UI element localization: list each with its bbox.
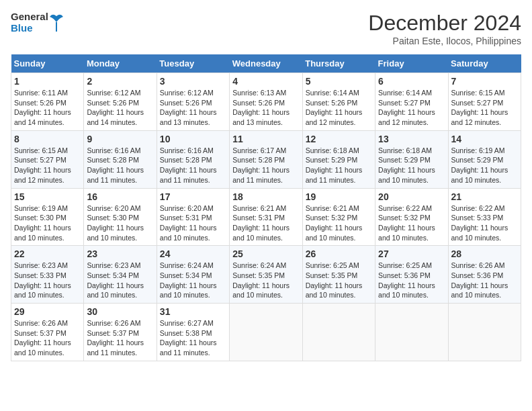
day-number: 18 xyxy=(232,191,299,202)
calendar-cell: 4 Sunrise: 6:13 AM Sunset: 5:26 PM Dayli… xyxy=(230,73,302,131)
calendar-cell: 29 Sunrise: 6:26 AM Sunset: 5:37 PM Dayl… xyxy=(11,304,84,361)
day-info: Sunrise: 6:26 AM Sunset: 5:37 PM Dayligh… xyxy=(14,318,81,358)
calendar-cell xyxy=(375,304,448,361)
calendar-cell: 24 Sunrise: 6:24 AM Sunset: 5:34 PM Dayl… xyxy=(157,246,229,304)
day-number: 15 xyxy=(14,191,81,202)
calendar-cell: 16 Sunrise: 6:20 AM Sunset: 5:30 PM Dayl… xyxy=(84,188,157,246)
calendar-header-row: Sunday Monday Tuesday Wednesday Thursday… xyxy=(11,54,521,73)
calendar-cell: 18 Sunrise: 6:21 AM Sunset: 5:31 PM Dayl… xyxy=(230,188,302,246)
day-number: 3 xyxy=(160,76,226,87)
day-number: 5 xyxy=(306,76,372,87)
calendar-cell: 12 Sunrise: 6:18 AM Sunset: 5:29 PM Dayl… xyxy=(302,130,375,188)
calendar-cell: 1 Sunrise: 6:11 AM Sunset: 5:26 PM Dayli… xyxy=(11,73,84,131)
calendar-week-5: 29 Sunrise: 6:26 AM Sunset: 5:37 PM Dayl… xyxy=(11,304,521,361)
day-number: 30 xyxy=(87,306,153,317)
month-title: December 2024 xyxy=(368,11,521,36)
calendar-table: Sunday Monday Tuesday Wednesday Thursday… xyxy=(11,54,521,361)
day-info: Sunrise: 6:25 AM Sunset: 5:36 PM Dayligh… xyxy=(378,261,445,300)
day-number: 21 xyxy=(451,191,518,202)
calendar-cell: 8 Sunrise: 6:15 AM Sunset: 5:27 PM Dayli… xyxy=(11,130,84,188)
day-info: Sunrise: 6:22 AM Sunset: 5:33 PM Dayligh… xyxy=(451,203,518,243)
calendar-cell xyxy=(302,304,375,361)
day-info: Sunrise: 6:22 AM Sunset: 5:32 PM Dayligh… xyxy=(378,203,445,243)
day-number: 7 xyxy=(451,76,518,87)
calendar-week-2: 8 Sunrise: 6:15 AM Sunset: 5:27 PM Dayli… xyxy=(11,130,521,188)
day-number: 10 xyxy=(160,134,226,144)
col-sunday: Sunday xyxy=(11,54,84,73)
day-info: Sunrise: 6:27 AM Sunset: 5:38 PM Dayligh… xyxy=(160,318,226,358)
calendar-cell: 17 Sunrise: 6:20 AM Sunset: 5:31 PM Dayl… xyxy=(157,188,229,246)
calendar-cell xyxy=(448,304,521,361)
day-info: Sunrise: 6:16 AM Sunset: 5:28 PM Dayligh… xyxy=(160,146,226,185)
day-number: 13 xyxy=(378,134,445,144)
calendar-cell: 5 Sunrise: 6:14 AM Sunset: 5:26 PM Dayli… xyxy=(302,73,375,131)
col-monday: Monday xyxy=(84,54,157,73)
calendar-cell: 19 Sunrise: 6:21 AM Sunset: 5:32 PM Dayl… xyxy=(302,188,375,246)
col-wednesday: Wednesday xyxy=(230,54,302,73)
day-number: 29 xyxy=(14,306,81,317)
calendar-cell: 22 Sunrise: 6:23 AM Sunset: 5:33 PM Dayl… xyxy=(11,246,84,304)
page-header: General Blue December 2024 Paitan Este, … xyxy=(11,11,521,46)
calendar-cell: 11 Sunrise: 6:17 AM Sunset: 5:28 PM Dayl… xyxy=(230,130,302,188)
day-info: Sunrise: 6:20 AM Sunset: 5:30 PM Dayligh… xyxy=(87,203,153,243)
logo-general: General xyxy=(11,11,48,22)
col-saturday: Saturday xyxy=(448,54,521,73)
day-number: 22 xyxy=(14,248,81,259)
day-number: 12 xyxy=(306,134,372,144)
day-number: 1 xyxy=(14,76,81,87)
day-info: Sunrise: 6:11 AM Sunset: 5:26 PM Dayligh… xyxy=(14,88,81,128)
calendar-cell: 9 Sunrise: 6:16 AM Sunset: 5:28 PM Dayli… xyxy=(84,130,157,188)
calendar-week-1: 1 Sunrise: 6:11 AM Sunset: 5:26 PM Dayli… xyxy=(11,73,521,131)
day-number: 31 xyxy=(160,306,226,317)
day-info: Sunrise: 6:16 AM Sunset: 5:28 PM Dayligh… xyxy=(87,146,153,185)
day-number: 6 xyxy=(378,76,445,87)
calendar-cell: 2 Sunrise: 6:12 AM Sunset: 5:26 PM Dayli… xyxy=(84,73,157,131)
logo: General Blue xyxy=(11,11,63,34)
day-number: 23 xyxy=(87,248,153,259)
day-number: 14 xyxy=(451,134,518,144)
col-thursday: Thursday xyxy=(302,54,375,73)
calendar-cell xyxy=(230,304,302,361)
calendar-cell: 10 Sunrise: 6:16 AM Sunset: 5:28 PM Dayl… xyxy=(157,130,229,188)
day-info: Sunrise: 6:12 AM Sunset: 5:26 PM Dayligh… xyxy=(87,88,153,128)
calendar-cell: 21 Sunrise: 6:22 AM Sunset: 5:33 PM Dayl… xyxy=(448,188,521,246)
day-number: 11 xyxy=(232,134,299,144)
calendar-week-4: 22 Sunrise: 6:23 AM Sunset: 5:33 PM Dayl… xyxy=(11,246,521,304)
day-number: 27 xyxy=(378,248,445,259)
calendar-cell: 6 Sunrise: 6:14 AM Sunset: 5:27 PM Dayli… xyxy=(375,73,448,131)
day-info: Sunrise: 6:18 AM Sunset: 5:29 PM Dayligh… xyxy=(306,146,372,185)
day-info: Sunrise: 6:12 AM Sunset: 5:26 PM Dayligh… xyxy=(160,88,226,128)
col-tuesday: Tuesday xyxy=(157,54,229,73)
day-number: 8 xyxy=(14,134,81,144)
day-info: Sunrise: 6:14 AM Sunset: 5:26 PM Dayligh… xyxy=(306,88,372,128)
col-friday: Friday xyxy=(375,54,448,73)
calendar-cell: 28 Sunrise: 6:26 AM Sunset: 5:36 PM Dayl… xyxy=(448,246,521,304)
title-block: December 2024 Paitan Este, Ilocos, Phili… xyxy=(368,11,521,46)
day-number: 26 xyxy=(306,248,372,259)
day-info: Sunrise: 6:19 AM Sunset: 5:30 PM Dayligh… xyxy=(14,203,81,243)
day-info: Sunrise: 6:24 AM Sunset: 5:35 PM Dayligh… xyxy=(232,261,299,300)
day-info: Sunrise: 6:21 AM Sunset: 5:32 PM Dayligh… xyxy=(306,203,372,243)
day-info: Sunrise: 6:19 AM Sunset: 5:29 PM Dayligh… xyxy=(451,146,518,185)
day-info: Sunrise: 6:23 AM Sunset: 5:34 PM Dayligh… xyxy=(87,261,153,300)
calendar-cell: 14 Sunrise: 6:19 AM Sunset: 5:29 PM Dayl… xyxy=(448,130,521,188)
day-info: Sunrise: 6:15 AM Sunset: 5:27 PM Dayligh… xyxy=(451,88,518,128)
calendar-cell: 20 Sunrise: 6:22 AM Sunset: 5:32 PM Dayl… xyxy=(375,188,448,246)
calendar-cell: 13 Sunrise: 6:18 AM Sunset: 5:29 PM Dayl… xyxy=(375,130,448,188)
calendar-cell: 26 Sunrise: 6:25 AM Sunset: 5:35 PM Dayl… xyxy=(302,246,375,304)
calendar-cell: 30 Sunrise: 6:26 AM Sunset: 5:37 PM Dayl… xyxy=(84,304,157,361)
logo-blue: Blue xyxy=(11,22,48,34)
day-number: 25 xyxy=(232,248,299,259)
day-info: Sunrise: 6:21 AM Sunset: 5:31 PM Dayligh… xyxy=(232,203,299,243)
calendar-cell: 25 Sunrise: 6:24 AM Sunset: 5:35 PM Dayl… xyxy=(230,246,302,304)
day-info: Sunrise: 6:20 AM Sunset: 5:31 PM Dayligh… xyxy=(160,203,226,243)
day-info: Sunrise: 6:15 AM Sunset: 5:27 PM Dayligh… xyxy=(14,146,81,185)
day-number: 2 xyxy=(87,76,153,87)
logo-bird-icon xyxy=(50,13,63,32)
day-info: Sunrise: 6:13 AM Sunset: 5:26 PM Dayligh… xyxy=(232,88,299,128)
day-number: 28 xyxy=(451,248,518,259)
calendar-cell: 27 Sunrise: 6:25 AM Sunset: 5:36 PM Dayl… xyxy=(375,246,448,304)
calendar-cell: 3 Sunrise: 6:12 AM Sunset: 5:26 PM Dayli… xyxy=(157,73,229,131)
day-info: Sunrise: 6:23 AM Sunset: 5:33 PM Dayligh… xyxy=(14,261,81,300)
day-info: Sunrise: 6:26 AM Sunset: 5:37 PM Dayligh… xyxy=(87,318,153,358)
